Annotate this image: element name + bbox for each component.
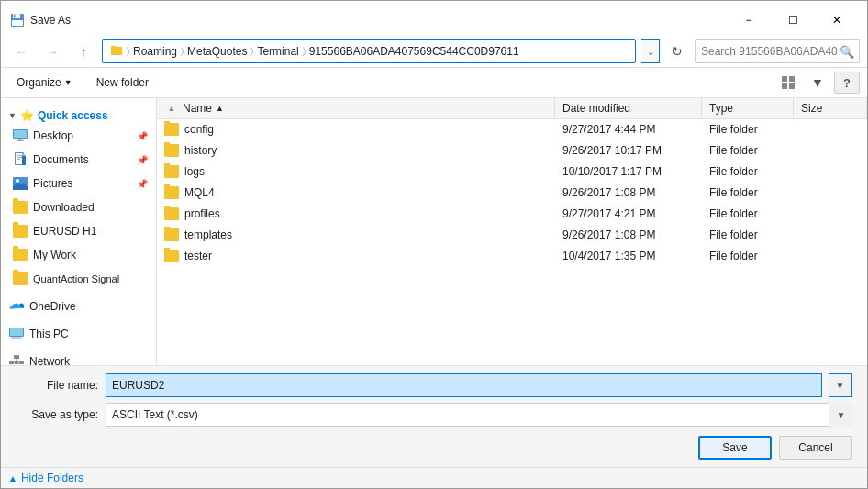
col-header-date[interactable]: Date modified [555, 98, 702, 118]
my-work-icon [13, 248, 28, 262]
svg-rect-11 [14, 130, 27, 138]
col-header-name[interactable]: ▲ Name ▲ [157, 98, 555, 118]
folder-icon [164, 186, 179, 199]
svg-rect-18 [17, 159, 20, 160]
svg-rect-27 [15, 361, 19, 364]
quick-access-chevron: ▼ [8, 111, 17, 120]
close-button[interactable]: ✕ [816, 8, 858, 32]
svg-rect-5 [111, 46, 116, 48]
sidebar-item-network[interactable]: Network [1, 350, 156, 365]
up-button[interactable]: ↑ [71, 40, 96, 62]
file-cell-name: templates [157, 227, 555, 243]
saveas-row: Save as type: ASCII Text (*.csv) ▼ [16, 403, 852, 427]
table-row[interactable]: logs 10/10/2017 1:17 PM File folder [157, 161, 867, 183]
sidebar-item-desktop-label: Desktop [33, 129, 73, 142]
col-header-size[interactable]: Size [794, 98, 867, 118]
file-cell-name: logs [157, 163, 555, 180]
scroll-up-indicator[interactable]: ▲ [164, 104, 179, 113]
table-row[interactable]: MQL4 9/26/2017 1:08 PM File folder [157, 183, 867, 204]
address-path[interactable]: 〉 Roaming 〉 MetaQuotes 〉 Terminal 〉 9155… [102, 39, 636, 63]
address-dropdown[interactable]: ⌄ [641, 39, 660, 63]
dialog-title: Save As [30, 14, 71, 27]
folder-icon [164, 165, 179, 178]
quantaction-icon [13, 272, 28, 286]
path-segment-roaming[interactable]: Roaming [133, 45, 177, 58]
filelist-header: ▲ Name ▲ Date modified Type Size [157, 98, 867, 119]
organize-button[interactable]: Organize ▼ [8, 72, 81, 94]
eurusd-h1-icon [13, 224, 28, 239]
file-cell-date: 10/4/2017 1:35 PM [555, 248, 702, 264]
cancel-button[interactable]: Cancel [779, 436, 852, 460]
svg-rect-9 [789, 83, 795, 89]
sidebar-item-quantaction[interactable]: QuantAction Signal [1, 267, 156, 291]
file-cell-date: 9/27/2017 4:21 PM [555, 206, 702, 222]
sidebar-item-pictures[interactable]: Pictures 📌 [1, 172, 156, 195]
forward-button[interactable]: → [39, 40, 65, 62]
sidebar-item-eurusd-h1[interactable]: EURUSD H1 [1, 219, 156, 243]
file-cell-name: history [157, 142, 555, 159]
help-button[interactable]: ? [834, 72, 860, 94]
col-name-label: Name [183, 102, 212, 115]
quick-access-header[interactable]: ▼ ⭐ Quick access [1, 104, 156, 124]
dialog-icon [10, 13, 25, 28]
table-row[interactable]: profiles 9/27/2017 4:21 PM File folder [157, 204, 867, 225]
sidebar-item-my-work[interactable]: My Work [1, 243, 156, 267]
sidebar-item-desktop[interactable]: Desktop 📌 [1, 124, 156, 148]
file-cell-size [794, 170, 867, 173]
svg-rect-4 [111, 47, 122, 55]
back-button[interactable]: ← [8, 40, 34, 62]
file-cell-type: File folder [702, 142, 794, 159]
sidebar: ▼ ⭐ Quick access Desktop [1, 98, 157, 365]
search-icon: 🔍 [840, 45, 854, 59]
search-input[interactable] [695, 39, 860, 63]
svg-rect-13 [17, 140, 24, 141]
sidebar-item-downloaded[interactable]: Downloaded [1, 195, 156, 219]
svg-rect-28 [19, 361, 24, 364]
new-folder-button[interactable]: New folder [88, 72, 157, 94]
file-cell-size [794, 149, 867, 152]
hide-folders-label: Hide Folders [21, 472, 83, 484]
path-segment-terminal[interactable]: Terminal [257, 45, 298, 58]
sidebar-item-thispc[interactable]: This PC [1, 322, 156, 346]
maximize-button[interactable]: ☐ [772, 8, 814, 32]
file-name-text: profiles [184, 207, 220, 220]
sidebar-item-downloaded-label: Downloaded [33, 201, 95, 214]
svg-rect-31 [12, 361, 13, 362]
filename-dropdown-arrow[interactable]: ▼ [829, 373, 852, 397]
table-row[interactable]: history 9/26/2017 10:17 PM File folder [157, 140, 867, 161]
onedrive-section: OneDrive [1, 295, 156, 318]
saveas-select[interactable]: ASCII Text (*.csv) [106, 403, 852, 427]
folder-icon [164, 144, 179, 157]
refresh-button[interactable]: ↻ [665, 39, 689, 63]
view-dropdown-button[interactable]: ▼ [805, 72, 830, 94]
table-row[interactable]: tester 10/4/2017 1:35 PM File folder [157, 246, 867, 267]
filename-input[interactable] [106, 373, 822, 397]
minimize-button[interactable]: − [728, 8, 770, 32]
svg-rect-23 [12, 337, 21, 339]
sidebar-item-documents[interactable]: Documents 📌 [1, 148, 156, 172]
sidebar-item-onedrive-label: OneDrive [29, 300, 76, 313]
col-header-type[interactable]: Type [702, 98, 794, 118]
file-cell-type: File folder [702, 121, 794, 138]
quick-access-label: ⭐ [20, 109, 34, 122]
sidebar-item-onedrive[interactable]: OneDrive [1, 295, 156, 318]
breadcrumb-icon [110, 44, 123, 60]
pin-icon-documents: 📌 [137, 155, 148, 165]
file-cell-size [794, 191, 867, 194]
network-icon [9, 354, 24, 365]
path-segment-metaquotes[interactable]: MetaQuotes [187, 45, 247, 58]
file-name-text: config [184, 123, 214, 136]
search-wrapper: 🔍 [695, 39, 860, 63]
save-button[interactable]: Save [698, 436, 772, 460]
path-arrow-2: 〉 [181, 46, 184, 57]
hide-folders-bar[interactable]: ▲ Hide Folders [1, 467, 867, 488]
view-options-button[interactable] [775, 72, 801, 94]
col-date-label: Date modified [562, 102, 630, 115]
table-row[interactable]: templates 9/26/2017 1:08 PM File folder [157, 225, 867, 246]
quick-access-section: ▼ ⭐ Quick access Desktop [1, 104, 156, 291]
organize-label: Organize [17, 76, 61, 89]
path-segment-id[interactable]: 915566BA06ADA407569C544CC0D97611 [309, 45, 519, 58]
table-row[interactable]: config 9/27/2017 4:44 PM File folder [157, 119, 867, 140]
svg-point-20 [16, 179, 19, 183]
svg-rect-24 [11, 339, 22, 339]
